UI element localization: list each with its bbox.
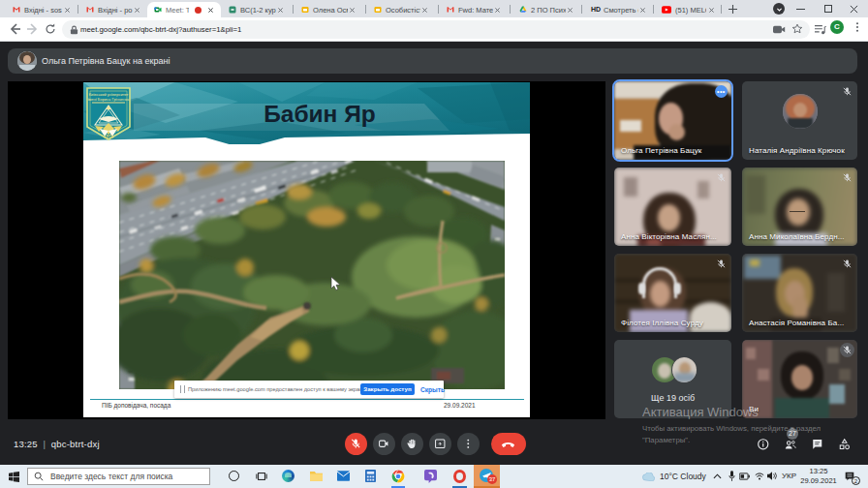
- svg-text:Бабин Яр: Бабин Яр: [264, 101, 376, 127]
- svg-text:1874: 1874: [104, 135, 114, 139]
- svg-text:імені Бориса Грінченка: імені Бориса Грінченка: [88, 97, 130, 102]
